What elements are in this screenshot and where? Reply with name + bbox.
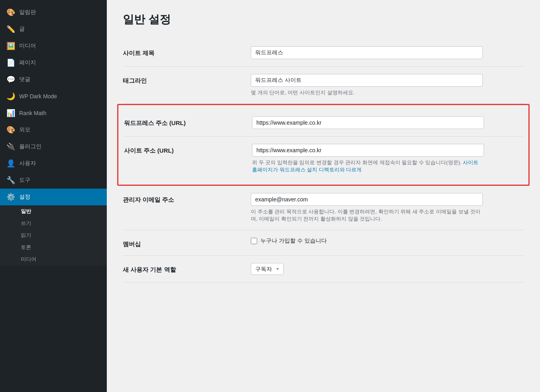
sidebar-item-label: WP Dark Mode xyxy=(19,93,57,99)
sidebar-item-peiji[interactable]: 📄 페이지 xyxy=(0,54,107,71)
sidebar-item-label: Rank Math xyxy=(19,110,46,116)
submenu-item-media[interactable]: 미디어 xyxy=(0,253,107,265)
sidebar: 🎨 알림판 ✏️ 글 🖼️ 미디어 📄 페이지 💬 댓글 🌙 WP Dark M… xyxy=(0,0,107,392)
site-title-label: 사이트 제목 xyxy=(123,46,251,57)
admin-email-label: 관리자 이메일 주소 xyxy=(123,193,251,204)
submenu-item-ilgi[interactable]: 읽기 xyxy=(0,229,107,241)
page-title: 일반 설정 xyxy=(123,12,524,27)
sayongja-icon: 👤 xyxy=(6,159,15,168)
rank-math-icon: 📊 xyxy=(6,109,15,117)
peiji-icon: 📄 xyxy=(6,58,15,67)
sidebar-item-media[interactable]: 🖼️ 미디어 xyxy=(0,38,107,54)
sidebar-item-label: 글 xyxy=(19,26,25,33)
new-user-role-select[interactable]: 구독자 기여자 글쓴이 편집자 관리자 xyxy=(251,263,284,275)
sidebar-item-sayongja[interactable]: 👤 사용자 xyxy=(0,155,107,172)
admin-email-description: 이 주소를 관리 목적으로 사용합니다. 이를 변경하려면, 확인하기 위해 새… xyxy=(251,208,483,223)
membership-checkbox[interactable] xyxy=(251,238,257,244)
membership-label: 멤버십 xyxy=(123,237,251,248)
sidebar-item-daetgeul[interactable]: 💬 댓글 xyxy=(0,71,107,88)
site-title-input[interactable] xyxy=(251,46,483,59)
sidebar-item-rank-math[interactable]: 📊 Rank Math xyxy=(0,105,107,121)
sidebar-item-label: 플러그인 xyxy=(19,143,42,150)
sidebar-item-label: 설정 xyxy=(19,193,30,201)
sidebar-item-label: 미디어 xyxy=(19,42,36,50)
sidebar-item-wp-dark-mode[interactable]: 🌙 WP Dark Mode xyxy=(0,88,107,105)
admin-email-field: 이 주소를 관리 목적으로 사용합니다. 이를 변경하려면, 확인하기 위해 새… xyxy=(251,193,524,223)
sidebar-item-label: 댓글 xyxy=(19,76,30,83)
site-url-label: 사이트 주소 (URL) xyxy=(124,144,252,155)
new-user-role-field: 구독자 기여자 글쓴이 편집자 관리자 xyxy=(251,263,524,275)
sidebar-item-seoljeong[interactable]: ⚙️ 설정 xyxy=(0,189,107,205)
site-title-row: 사이트 제목 xyxy=(123,39,524,67)
membership-field: 누구나 가입할 수 있습니다 xyxy=(251,237,524,245)
submenu-item-sseugi[interactable]: 쓰기 xyxy=(0,217,107,229)
dogu-icon: 🔧 xyxy=(6,176,15,185)
membership-row: 멤버십 누구나 가입할 수 있습니다 xyxy=(123,230,524,256)
site-title-field xyxy=(251,46,524,59)
tagline-field: 몇 개의 단어로, 어떤 사이트인지 설명하세요. xyxy=(251,74,524,96)
membership-checkbox-label: 누구나 가입할 수 있습니다 xyxy=(260,237,327,245)
seoljeong-icon: ⚙️ xyxy=(6,193,15,201)
site-url-field: 위 두 곳의 입력란을 임의로 변경할 경우 관리자 화면에 재접속이 필요할 … xyxy=(252,144,523,173)
submenu-item-ilban[interactable]: 일반 xyxy=(0,205,107,217)
daetgeul-icon: 💬 xyxy=(6,75,15,84)
sidebar-item-dogu[interactable]: 🔧 도구 xyxy=(0,172,107,189)
peulleogin-icon: 🔌 xyxy=(6,142,15,151)
wordpress-url-input[interactable] xyxy=(252,116,484,129)
sidebar-item-label: 사용자 xyxy=(19,160,36,167)
main-content: 일반 설정 사이트 제목 태그라인 몇 개의 단어로, 어떤 사이트인지 설명하… xyxy=(107,0,540,392)
tagline-description: 몇 개의 단어로, 어떤 사이트인지 설명하세요. xyxy=(251,89,483,96)
site-url-description-link[interactable]: 사이트 홈페이지가 워드프레스 설치 디렉토리와 다르게 xyxy=(252,159,478,173)
sidebar-item-label: 외모 xyxy=(19,126,30,133)
sidebar-item-oemo[interactable]: 🎨 외모 xyxy=(0,121,107,138)
tagline-row: 태그라인 몇 개의 단어로, 어떤 사이트인지 설명하세요. xyxy=(123,67,524,104)
site-url-row: 사이트 주소 (URL) 위 두 곳의 입력란을 임의로 변경할 경우 관리자 … xyxy=(124,137,523,181)
settings-submenu: 일반 쓰기 읽기 토론 미디어 xyxy=(0,205,107,265)
oemo-icon: 🎨 xyxy=(6,125,15,134)
alrimban-icon: 🎨 xyxy=(6,8,15,17)
wordpress-url-label: 워드프레스 주소 (URL) xyxy=(124,116,252,127)
sidebar-item-label: 페이지 xyxy=(19,59,36,66)
tagline-input[interactable] xyxy=(251,74,483,87)
admin-email-row: 관리자 이메일 주소 이 주소를 관리 목적으로 사용합니다. 이를 변경하려면… xyxy=(123,186,524,230)
sidebar-item-geul[interactable]: ✏️ 글 xyxy=(0,21,107,38)
new-user-role-row: 새 사용자 기본 역할 구독자 기여자 글쓴이 편집자 관리자 xyxy=(123,256,524,283)
admin-email-input[interactable] xyxy=(251,193,483,206)
url-section: 워드프레스 주소 (URL) 사이트 주소 (URL) 위 두 곳의 입력란을 … xyxy=(117,104,530,186)
sidebar-item-alrimban[interactable]: 🎨 알림판 xyxy=(0,4,107,21)
membership-checkbox-row: 누구나 가입할 수 있습니다 xyxy=(251,237,524,245)
submenu-item-toron[interactable]: 토론 xyxy=(0,241,107,253)
sidebar-item-peulleogin[interactable]: 🔌 플러그인 xyxy=(0,138,107,155)
wordpress-url-row: 워드프레스 주소 (URL) xyxy=(124,109,523,137)
site-url-input[interactable] xyxy=(252,144,484,157)
wp-dark-mode-icon: 🌙 xyxy=(6,92,15,101)
site-url-description: 위 두 곳의 입력란을 임의로 변경할 경우 관리자 화면에 재접속이 필요할 … xyxy=(252,159,484,173)
sidebar-item-label: 알림판 xyxy=(19,9,36,16)
geul-icon: ✏️ xyxy=(6,25,15,34)
tagline-label: 태그라인 xyxy=(123,74,251,85)
new-user-role-label: 새 사용자 기본 역할 xyxy=(123,263,251,274)
media-icon: 🖼️ xyxy=(6,42,15,50)
wordpress-url-field xyxy=(252,116,523,129)
sidebar-item-label: 도구 xyxy=(19,177,30,184)
